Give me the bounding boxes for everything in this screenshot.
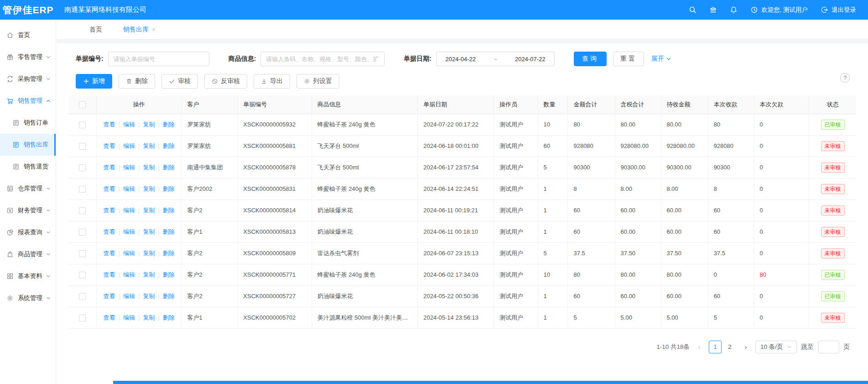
toolbar-button-3[interactable]: 反审核 (204, 74, 247, 89)
logout-button[interactable]: 退出登录 (821, 6, 856, 14)
sidebar-item-8[interactable]: 财务管理 (0, 200, 56, 221)
welcome-user[interactable]: 欢迎您, 测试用户 (750, 6, 808, 14)
row-action-3[interactable]: 删除 (163, 250, 175, 257)
sidebar-item-7[interactable]: 仓库管理 (0, 178, 56, 200)
row-action-2[interactable]: 复制 (143, 250, 155, 257)
product-cell: 飞天茅台 500ml (312, 135, 418, 157)
toolbar-button-1[interactable]: 删除 (119, 74, 155, 89)
row-action-0[interactable]: 查看 (104, 314, 115, 321)
row-checkbox[interactable] (79, 143, 86, 150)
row-action-0[interactable]: 查看 (104, 293, 115, 300)
row-checkbox[interactable] (79, 315, 86, 321)
row-action-3[interactable]: 删除 (163, 271, 175, 278)
row-action-0[interactable]: 查看 (104, 207, 115, 214)
row-action-1[interactable]: 编辑 (123, 207, 135, 214)
bank-icon[interactable] (709, 6, 717, 14)
row-action-2[interactable]: 复制 (143, 207, 155, 214)
page-size-select[interactable]: 10 条/页 (755, 341, 797, 353)
row-actions-cell: 查看|编辑|复制|删除 (96, 200, 182, 221)
prev-page-button[interactable]: ‹ (694, 341, 704, 353)
row-action-1[interactable]: 编辑 (123, 293, 135, 300)
operator-cell: 测试用户 (494, 285, 538, 307)
expand-link[interactable]: 展开 (651, 55, 671, 63)
row-action-1[interactable]: 编辑 (123, 271, 135, 278)
row-action-2[interactable]: 复制 (143, 228, 155, 235)
row-checkbox[interactable] (79, 229, 86, 236)
jump-page-input[interactable] (818, 341, 839, 353)
row-action-1[interactable]: 编辑 (123, 164, 135, 171)
date-range-picker[interactable]: 2024-04-22 ~ 2024-07-22 (436, 52, 555, 66)
toolbar-button-5[interactable]: 列设置 (296, 74, 339, 89)
row-action-3[interactable]: 删除 (163, 293, 175, 300)
row-checkbox[interactable] (79, 250, 86, 257)
row-action-1[interactable]: 编辑 (123, 314, 135, 321)
row-checkbox[interactable] (79, 272, 86, 279)
row-action-0[interactable]: 查看 (104, 142, 115, 149)
page-number-1[interactable]: 1 (709, 341, 722, 353)
sidebar-item-9[interactable]: 报表查询 (0, 221, 56, 243)
row-action-1[interactable]: 编辑 (123, 250, 135, 257)
row-action-2[interactable]: 复制 (143, 164, 155, 171)
row-action-3[interactable]: 删除 (163, 207, 175, 214)
table-header-row: 操作客户单据编号商品信息单据日期操作员数量金额合计含税合计待收金额本次收款本次欠… (68, 95, 856, 114)
row-action-2[interactable]: 复制 (143, 293, 155, 300)
row-action-1[interactable]: 编辑 (123, 142, 135, 149)
next-page-button[interactable]: › (741, 341, 751, 353)
row-action-1[interactable]: 编辑 (123, 121, 135, 128)
row-action-3[interactable]: 删除 (163, 185, 175, 192)
row-action-2[interactable]: 复制 (143, 314, 155, 321)
row-checkbox[interactable] (79, 164, 86, 171)
sidebar-item-2[interactable]: 采购管理 (0, 68, 56, 90)
row-action-2[interactable]: 复制 (143, 185, 155, 192)
toolbar-button-0[interactable]: 新增 (76, 74, 112, 89)
row-action-0[interactable]: 查看 (104, 121, 115, 128)
tab-1[interactable]: 销售出库× (123, 26, 156, 34)
date-end[interactable]: 2024-07-22 (515, 56, 546, 63)
sidebar-item-3[interactable]: 销售管理 (0, 90, 56, 112)
row-action-3[interactable]: 删除 (163, 121, 175, 128)
row-action-1[interactable]: 编辑 (123, 185, 135, 192)
help-icon[interactable]: ? (840, 73, 850, 83)
sidebar-item-6[interactable]: 销售退货 (0, 156, 56, 178)
row-checkbox[interactable] (79, 186, 86, 193)
sidebar-item-10[interactable]: 商品管理 (0, 243, 56, 265)
row-action-3[interactable]: 删除 (163, 314, 175, 321)
date-start[interactable]: 2024-04-22 (446, 56, 476, 63)
select-all-checkbox[interactable] (79, 101, 86, 108)
row-action-0[interactable]: 查看 (104, 250, 115, 257)
row-action-0[interactable]: 查看 (104, 164, 115, 171)
doc-no-input[interactable] (108, 52, 209, 66)
row-action-2[interactable]: 复制 (143, 271, 155, 278)
toolbar-button-2[interactable]: 审核 (161, 74, 198, 89)
tab-0[interactable]: 首页 (89, 26, 102, 34)
toolbar-button-4[interactable]: 导出 (254, 74, 290, 89)
row-action-0[interactable]: 查看 (104, 185, 115, 192)
sidebar-item-4[interactable]: 销售订单 (0, 112, 56, 134)
sidebar-item-1[interactable]: 零售管理 (0, 46, 56, 68)
report-icon (6, 229, 14, 236)
sidebar-item-11[interactable]: 基本资料 (0, 265, 56, 287)
row-checkbox[interactable] (79, 121, 86, 128)
sidebar-item-5[interactable]: 销售出库 (0, 134, 56, 156)
sidebar-item-0[interactable]: 首页 (0, 24, 56, 46)
row-checkbox[interactable] (79, 207, 86, 214)
row-action-2[interactable]: 复制 (143, 121, 155, 128)
row-action-1[interactable]: 编辑 (123, 228, 135, 235)
sidebar-item-12[interactable]: 系统管理 (0, 287, 56, 309)
bell-icon[interactable] (730, 6, 738, 14)
page-number-2[interactable]: 2 (723, 341, 736, 353)
amount-cell: 37.5 (568, 242, 615, 264)
gear-icon (304, 78, 310, 84)
search-button[interactable]: 查询 (574, 52, 607, 66)
row-action-0[interactable]: 查看 (104, 271, 115, 278)
row-action-3[interactable]: 删除 (163, 164, 175, 171)
close-icon[interactable]: × (152, 26, 156, 33)
search-icon[interactable] (689, 6, 696, 14)
product-info-input[interactable] (260, 52, 385, 66)
row-action-0[interactable]: 查看 (104, 228, 115, 235)
row-action-2[interactable]: 复制 (143, 142, 155, 149)
reset-button[interactable]: 重置 (613, 52, 644, 66)
row-action-3[interactable]: 删除 (163, 142, 175, 149)
row-action-3[interactable]: 删除 (163, 228, 175, 235)
row-checkbox[interactable] (79, 293, 86, 300)
